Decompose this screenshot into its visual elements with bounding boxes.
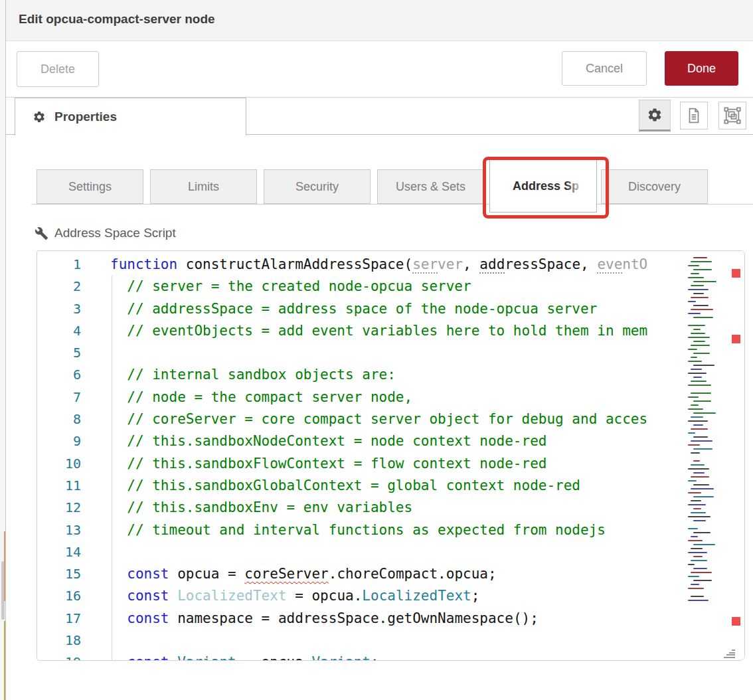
appearance-icon (723, 106, 742, 125)
workspace-edge (0, 0, 6, 700)
delete-button[interactable]: Delete (17, 51, 99, 87)
tab-properties-label: Properties (54, 110, 117, 124)
flow-wire (4, 531, 5, 601)
gear-icon (647, 107, 663, 123)
cancel-button[interactable]: Cancel (562, 51, 647, 86)
done-button[interactable]: Done (665, 51, 738, 86)
dialog-header: Edit opcua-compact-server node (6, 0, 753, 41)
tab-limits[interactable]: Limits (150, 169, 257, 204)
wrench-icon (35, 226, 48, 240)
tab-users-sets[interactable]: Users & Sets (377, 169, 484, 204)
tab-properties[interactable]: Properties (15, 98, 246, 135)
tab-security[interactable]: Security (264, 169, 371, 204)
dialog-title: Edit opcua-compact-server node (19, 12, 215, 27)
editor-code[interactable]: function constructAlarmAddressSpace(serv… (110, 251, 744, 660)
node-red-edit-dialog: Edit opcua-compact-server node Delete Ca… (0, 0, 753, 700)
indent-guide (112, 276, 112, 660)
editor-resize-grip[interactable] (724, 650, 735, 658)
section-title: Address Space Script (54, 226, 176, 240)
code-editor[interactable]: 12345678910111213141516171819 function c… (37, 250, 745, 661)
editor-minimap[interactable] (686, 252, 716, 610)
tab-discovery[interactable]: Discovery (601, 169, 708, 204)
document-icon (685, 107, 703, 124)
appearance-tab-button[interactable] (718, 102, 746, 130)
section-header: Address Space Script (35, 226, 176, 240)
editor-gutter[interactable]: 12345678910111213141516171819 (37, 251, 110, 660)
edit-node-dialog: Edit opcua-compact-server node Delete Ca… (6, 0, 753, 700)
tab-settings[interactable]: Settings (37, 169, 143, 204)
editor-overview-ruler (716, 251, 744, 660)
gear-icon (33, 110, 46, 124)
properties-tab-button[interactable] (639, 100, 671, 131)
flow-wire (4, 621, 5, 700)
description-tab-button[interactable] (680, 102, 708, 130)
tab-address-space[interactable]: Address Sp (489, 159, 597, 213)
divider (31, 204, 753, 205)
